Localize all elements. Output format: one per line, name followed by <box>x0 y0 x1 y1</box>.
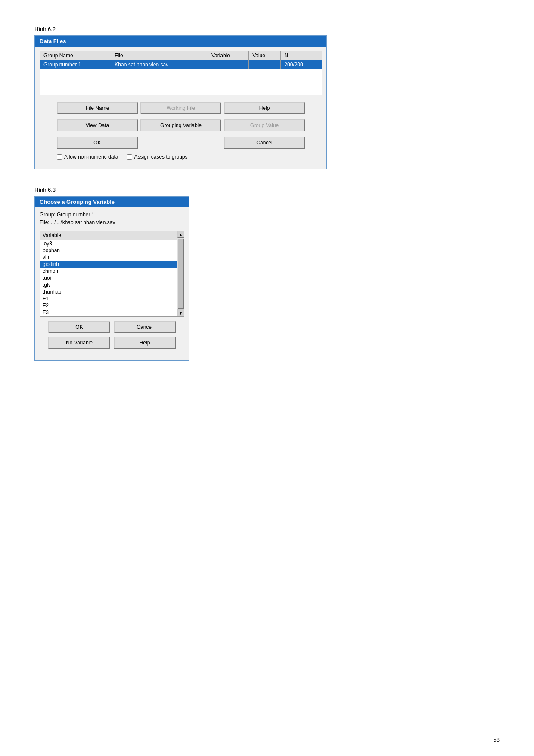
assign-cases-checkbox[interactable]: Assign cases to groups <box>127 154 187 160</box>
page-number: 58 <box>494 737 500 743</box>
list-item[interactable]: loy3 <box>40 240 184 247</box>
data-files-titlebar: Data Files <box>35 36 326 47</box>
button-row-2: View Data Grouping Variable Group Value <box>40 117 322 134</box>
group-info: Group: Group number 1 File: ...\...\khao… <box>40 211 184 226</box>
list-item[interactable]: tuoi <box>40 275 184 281</box>
figure-1-label: Hình 6.2 <box>34 26 500 32</box>
grouping-cancel-button[interactable]: Cancel <box>114 321 176 333</box>
button-row-1: File Name Working File Help <box>40 100 322 117</box>
list-item[interactable]: F1 <box>40 295 184 302</box>
button-row-3: OK Cancel <box>40 134 322 151</box>
no-variable-button[interactable]: No Variable <box>48 337 110 349</box>
list-item[interactable]: thunhap <box>40 288 184 295</box>
group-value-button[interactable]: Group Value <box>224 119 305 131</box>
cell-file: Khao sat nhan vien.sav <box>111 60 208 69</box>
grouping-variable-button[interactable]: Grouping Variable <box>140 119 221 131</box>
help-button[interactable]: Help <box>224 102 305 114</box>
list-item[interactable]: F2 <box>40 302 184 309</box>
view-data-button[interactable]: View Data <box>57 119 138 131</box>
data-files-table: Group Name File Variable Value N Group n… <box>40 51 322 95</box>
list-item[interactable]: tglv <box>40 281 184 288</box>
col-group-name: Group Name <box>40 51 111 60</box>
col-file: File <box>111 51 208 60</box>
col-value: Value <box>249 51 281 60</box>
scroll-down-button[interactable]: ▼ <box>177 309 184 316</box>
figure-2-label: Hình 6.3 <box>34 187 500 193</box>
scroll-up-button[interactable]: ▲ <box>177 231 184 238</box>
grouping-buttons-row-2: No Variable Help <box>40 337 184 352</box>
list-item[interactable]: gioitinh <box>40 261 184 268</box>
cell-variable <box>208 60 248 69</box>
list-item[interactable]: vitri <box>40 254 184 261</box>
grouping-titlebar: Choose a Grouping Variable <box>35 197 189 207</box>
allow-non-numeric-checkbox[interactable]: Allow non-numeric data <box>57 154 118 160</box>
ok-button[interactable]: OK <box>57 137 138 149</box>
file-name-button[interactable]: File Name <box>57 102 138 114</box>
data-files-dialog: Data Files Group Name File Variable Valu… <box>34 35 327 169</box>
grouping-dialog: Choose a Grouping Variable Group: Group … <box>34 196 189 361</box>
cancel-button[interactable]: Cancel <box>224 137 305 149</box>
dialog-footer: Allow non-numeric data Assign cases to g… <box>40 151 322 164</box>
list-item[interactable]: F3 <box>40 309 184 316</box>
list-item[interactable]: chmon <box>40 268 184 275</box>
working-file-button[interactable]: Working File <box>140 102 221 114</box>
grouping-help-button[interactable]: Help <box>114 337 176 349</box>
grouping-ok-button[interactable]: OK <box>48 321 110 333</box>
cell-group-name: Group number 1 <box>40 60 111 69</box>
list-item[interactable]: bophan <box>40 247 184 254</box>
grouping-buttons-row-1: OK Cancel <box>40 321 184 337</box>
scrollbar[interactable]: ▲ ▼ <box>177 231 184 316</box>
cell-n: 200/200 <box>281 60 322 69</box>
variable-list-container[interactable]: Variable loy3 bophan vitri gioitinh chmo… <box>40 231 184 317</box>
variable-list-header: Variable <box>40 231 184 240</box>
cell-value <box>249 60 281 69</box>
variable-list: loy3 bophan vitri gioitinh chmon tuoi tg… <box>40 240 184 316</box>
col-n: N <box>281 51 322 60</box>
col-variable: Variable <box>208 51 248 60</box>
table-row[interactable]: Group number 1 Khao sat nhan vien.sav 20… <box>40 60 322 69</box>
scroll-thumb[interactable] <box>178 239 184 309</box>
